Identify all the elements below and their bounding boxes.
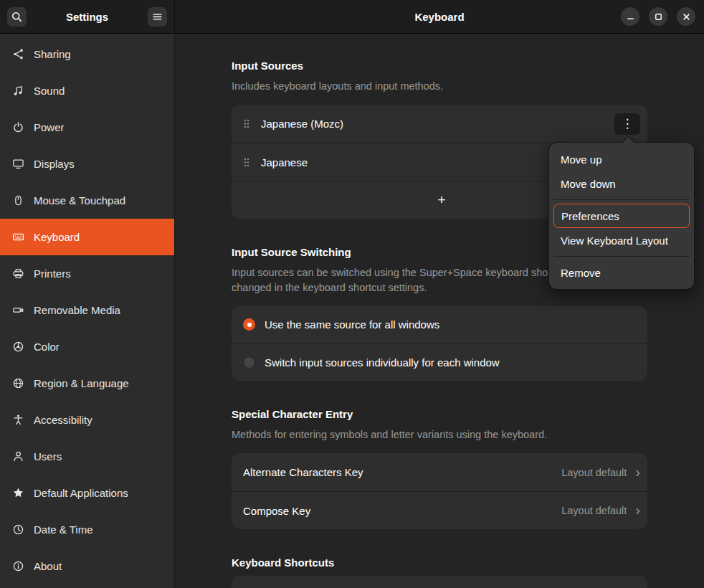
maximize-button[interactable] [649, 7, 667, 26]
sidebar-item-keyboard[interactable]: Keyboard [0, 219, 174, 255]
hamburger-icon [151, 11, 163, 23]
option-label: Use the same source for all windows [265, 318, 439, 331]
share-icon [12, 48, 24, 60]
input-source-context-menu: Move up Move down Preferences View Keybo… [548, 142, 695, 290]
removable-media-icon [12, 304, 24, 316]
search-icon [11, 11, 23, 23]
page-title: Keyboard [414, 11, 464, 23]
sidebar-item-label: Displays [34, 158, 75, 170]
section-title: Input Sources [232, 60, 647, 72]
sidebar: Sharing Sound Power Displays Mouse & Tou… [0, 34, 175, 588]
main-content: Input Sources Includes keyboard layouts … [175, 34, 704, 588]
sidebar-item-users[interactable]: Users [0, 438, 174, 475]
sidebar-item-label: Accessibility [34, 414, 92, 426]
section-title: Special Character Entry [232, 408, 647, 420]
special-character-section: Special Character Entry Methods for ente… [232, 408, 647, 529]
keyboard-shortcuts-row[interactable] [232, 576, 647, 588]
sidebar-item-sound[interactable]: Sound [0, 72, 174, 109]
minimize-icon [624, 11, 637, 23]
sidebar-item-label: Removable Media [34, 304, 120, 316]
chevron-right-icon: › [635, 503, 640, 517]
option-label: Switch input sources individually for ea… [265, 356, 500, 369]
sidebar-item-about[interactable]: About [0, 548, 174, 584]
sidebar-item-label: Mouse & Touchpad [34, 194, 125, 207]
sidebar-item-color[interactable]: Color [0, 328, 174, 365]
sidebar-item-label: Default Applications [34, 487, 128, 499]
input-source-label: Japanese [261, 156, 308, 169]
menu-item-move-down[interactable]: Move down [553, 171, 690, 196]
power-icon [12, 121, 24, 133]
chevron-right-icon: › [635, 465, 640, 479]
info-icon [12, 560, 24, 572]
sidebar-item-date-time[interactable]: Date & Time [0, 511, 174, 548]
menu-separator [553, 256, 690, 257]
menu-item-view-keyboard-layout[interactable]: View Keyboard Layout [553, 228, 690, 252]
option-individual-source-row[interactable]: Switch input sources individually for ea… [232, 343, 647, 381]
maximize-icon [652, 11, 665, 23]
close-icon [680, 11, 693, 23]
menu-item-move-up[interactable]: Move up [553, 147, 690, 171]
mouse-icon [12, 194, 24, 207]
sidebar-header: Settings [0, 0, 175, 33]
star-icon [12, 487, 24, 499]
sidebar-item-accessibility[interactable]: Accessibility [0, 402, 174, 438]
sidebar-item-label: Users [34, 450, 62, 463]
display-icon [12, 158, 24, 170]
users-icon [12, 450, 24, 463]
row-label: Compose Key [243, 505, 310, 517]
menu-item-preferences[interactable]: Preferences [553, 204, 690, 228]
sidebar-item-label: Printers [34, 267, 71, 280]
page-header: Keyboard [175, 0, 704, 33]
search-button[interactable] [7, 7, 27, 27]
sidebar-item-printers[interactable]: Printers [0, 255, 174, 292]
menu-button[interactable] [148, 7, 167, 27]
section-subtitle: Methods for entering symbols and letter … [232, 427, 647, 442]
add-icon: + [437, 192, 445, 208]
minimize-button[interactable] [621, 7, 639, 26]
sidebar-item-power[interactable]: Power [0, 109, 174, 146]
color-icon [12, 341, 24, 353]
switching-options-list: Use the same source for all windows Swit… [232, 306, 647, 381]
menu-item-remove[interactable]: Remove [553, 260, 690, 285]
alternate-characters-key-row[interactable]: Alternate Characters Key Layout default … [232, 453, 647, 491]
sidebar-item-displays[interactable]: Displays [0, 146, 174, 182]
input-source-row[interactable]: Japanese (Mozc) ⋮ [232, 105, 647, 143]
sidebar-item-label: Sharing [34, 48, 71, 60]
sidebar-item-label: Power [34, 121, 65, 133]
clock-icon [12, 523, 24, 536]
sidebar-item-default-applications[interactable]: Default Applications [0, 475, 174, 511]
radio-selected[interactable] [243, 318, 255, 331]
row-value: Layout default [561, 467, 627, 478]
option-same-source-row[interactable]: Use the same source for all windows [232, 306, 647, 343]
compose-key-row[interactable]: Compose Key Layout default › [232, 491, 647, 529]
menu-separator [553, 199, 690, 200]
keyboard-icon [12, 231, 24, 243]
window-controls [621, 7, 695, 26]
special-character-list: Alternate Characters Key Layout default … [232, 453, 647, 529]
section-title: Keyboard Shortcuts [232, 556, 647, 569]
keyboard-shortcuts-section: Keyboard Shortcuts [232, 556, 647, 588]
printer-icon [12, 267, 24, 280]
kebab-menu-icon: ⋮ [622, 116, 634, 131]
radio-unselected[interactable] [243, 356, 255, 369]
sound-icon [12, 85, 24, 97]
row-label: Alternate Characters Key [243, 466, 363, 478]
drag-handle-icon[interactable] [243, 118, 250, 130]
drag-handle-icon[interactable] [243, 156, 250, 169]
sidebar-item-label: Region & Language [34, 377, 129, 389]
sidebar-item-mouse-touchpad[interactable]: Mouse & Touchpad [0, 182, 174, 219]
row-value: Layout default [561, 505, 627, 516]
close-button[interactable] [677, 7, 695, 26]
sidebar-item-label: About [34, 560, 62, 572]
app-title: Settings [31, 11, 143, 23]
sidebar-item-sharing[interactable]: Sharing [0, 36, 174, 72]
accessibility-icon [12, 414, 24, 426]
section-subtitle: Includes keyboard layouts and input meth… [232, 79, 647, 93]
sidebar-item-label: Keyboard [34, 231, 80, 243]
sidebar-item-removable-media[interactable]: Removable Media [0, 292, 174, 328]
sidebar-item-label: Date & Time [34, 523, 93, 536]
sidebar-item-region-language[interactable]: Region & Language [0, 365, 174, 402]
input-source-label: Japanese (Mozc) [261, 118, 343, 130]
row-menu-button[interactable]: ⋮ [614, 113, 640, 135]
sidebar-item-label: Sound [34, 85, 65, 97]
